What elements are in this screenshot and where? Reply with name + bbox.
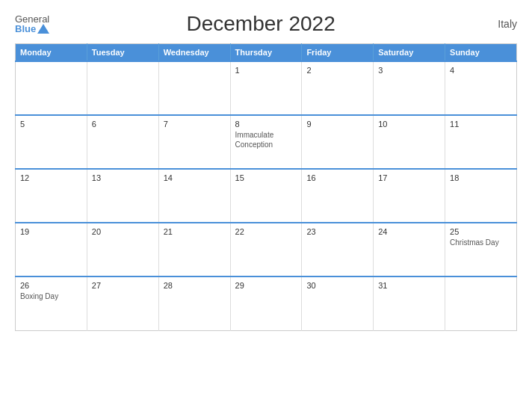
day-number: 2: [306, 66, 368, 75]
calendar-cell: 19: [16, 223, 87, 276]
day-number: 30: [306, 281, 368, 290]
calendar-cell: [445, 276, 517, 330]
calendar-cell: [87, 61, 158, 115]
days-of-week-row: MondayTuesdayWednesdayThursdayFridaySatu…: [16, 44, 517, 62]
day-number: 12: [20, 173, 82, 182]
calendar-cell: 3: [374, 61, 445, 115]
calendar-cell: 31: [374, 276, 445, 330]
day-number: 10: [378, 120, 440, 129]
day-number: 8: [235, 120, 297, 129]
day-number: 19: [20, 227, 82, 236]
day-number: 26: [20, 281, 82, 290]
day-number: 29: [235, 281, 297, 290]
week-row-1: 5678Immaculate Conception91011: [16, 115, 517, 169]
calendar-cell: 24: [374, 223, 445, 276]
calendar-table: MondayTuesdayWednesdayThursdayFridaySatu…: [15, 43, 517, 331]
day-number: 13: [92, 173, 154, 182]
day-number: 28: [164, 281, 226, 290]
day-number: 14: [164, 173, 226, 182]
day-number: 7: [164, 120, 226, 129]
day-header-thursday: Thursday: [230, 44, 302, 62]
week-row-0: 1234: [16, 61, 517, 115]
day-event: Christmas Day: [450, 238, 512, 247]
day-number: 9: [306, 120, 368, 129]
day-number: 3: [378, 66, 440, 75]
calendar-cell: 27: [87, 276, 158, 330]
day-header-sunday: Sunday: [445, 44, 517, 62]
calendar-cell: 5: [16, 115, 87, 169]
day-number: 23: [306, 227, 368, 236]
calendar-cell: 1: [230, 61, 302, 115]
calendar-cell: 22: [230, 223, 302, 276]
calendar-cell: [16, 61, 87, 115]
day-header-monday: Monday: [16, 44, 87, 62]
calendar-cell: 17: [374, 169, 445, 223]
day-number: 22: [235, 227, 297, 236]
calendar-cell: 15: [230, 169, 302, 223]
calendar-cell: 8Immaculate Conception: [230, 115, 302, 169]
calendar-body: 12345678Immaculate Conception91011121314…: [16, 61, 517, 330]
logo: General Blue: [15, 14, 49, 34]
calendar-cell: 16: [302, 169, 374, 223]
calendar-cell: 20: [87, 223, 158, 276]
calendar-cell: 26Boxing Day: [16, 276, 87, 330]
calendar-header: MondayTuesdayWednesdayThursdayFridaySatu…: [16, 44, 517, 62]
calendar-cell: 25Christmas Day: [445, 223, 517, 276]
calendar-cell: 14: [158, 169, 230, 223]
calendar-cell: 7: [158, 115, 230, 169]
day-header-saturday: Saturday: [374, 44, 445, 62]
calendar-cell: 2: [302, 61, 374, 115]
day-number: 15: [235, 173, 297, 182]
week-row-2: 12131415161718: [16, 169, 517, 223]
day-number: 6: [92, 120, 154, 129]
day-number: 31: [378, 281, 440, 290]
day-number: 18: [450, 173, 512, 182]
day-number: 11: [450, 120, 512, 129]
day-number: 27: [92, 281, 154, 290]
calendar-cell: 28: [158, 276, 230, 330]
calendar-title: December 2022: [49, 12, 472, 36]
calendar-cell: 4: [445, 61, 517, 115]
calendar-cell: 13: [87, 169, 158, 223]
calendar-cell: 30: [302, 276, 374, 330]
calendar-cell: [158, 61, 230, 115]
day-number: 21: [164, 227, 226, 236]
calendar-cell: 21: [158, 223, 230, 276]
calendar-cell: 10: [374, 115, 445, 169]
day-number: 25: [450, 227, 512, 236]
week-row-4: 26Boxing Day2728293031: [16, 276, 517, 330]
day-number: 17: [378, 173, 440, 182]
day-header-friday: Friday: [302, 44, 374, 62]
day-number: 24: [378, 227, 440, 236]
calendar-cell: 29: [230, 276, 302, 330]
page: General Blue December 2022 Italy MondayT…: [0, 0, 532, 411]
day-header-tuesday: Tuesday: [87, 44, 158, 62]
logo-triangle-icon: [37, 24, 49, 34]
header: General Blue December 2022 Italy: [15, 12, 517, 36]
day-number: 20: [92, 227, 154, 236]
week-row-3: 19202122232425Christmas Day: [16, 223, 517, 276]
calendar-cell: 18: [445, 169, 517, 223]
logo-blue-text: Blue: [15, 24, 49, 34]
day-number: 1: [235, 66, 297, 75]
day-event: Boxing Day: [20, 291, 82, 301]
calendar-cell: 23: [302, 223, 374, 276]
day-number: 5: [20, 120, 82, 129]
day-event: Immaculate Conception: [235, 130, 297, 149]
day-number: 16: [306, 173, 368, 182]
calendar-cell: 11: [445, 115, 517, 169]
calendar-cell: 12: [16, 169, 87, 223]
country-label: Italy: [472, 18, 517, 30]
day-header-wednesday: Wednesday: [158, 44, 230, 62]
calendar-cell: 9: [302, 115, 374, 169]
day-number: 4: [450, 66, 512, 75]
calendar-cell: 6: [87, 115, 158, 169]
